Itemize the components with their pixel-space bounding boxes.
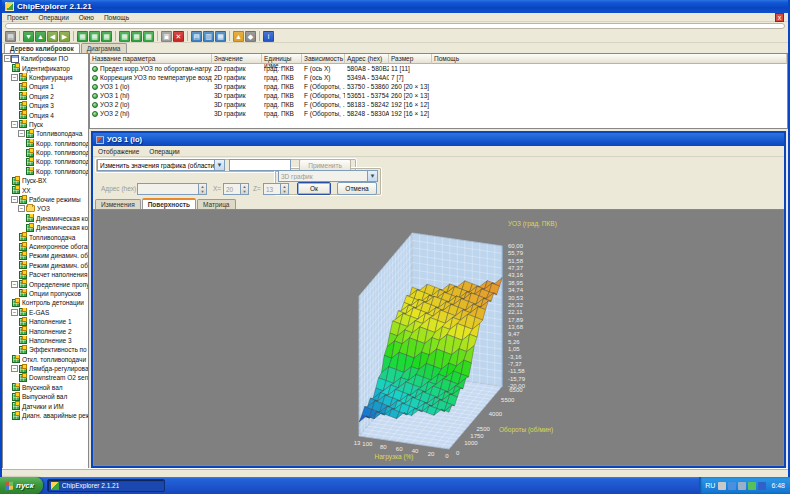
import-icon[interactable]: ◀ bbox=[47, 31, 58, 42]
menu-item-1[interactable]: Операции bbox=[38, 14, 68, 21]
tree-item-11[interactable]: Корр. топливопод. bbox=[3, 157, 88, 166]
tree-item-28[interactable]: Наполнение 1 bbox=[3, 317, 88, 326]
tree-item-3[interactable]: Опция 1 bbox=[3, 82, 88, 91]
language-indicator[interactable]: RU bbox=[705, 482, 715, 489]
app-titlebar[interactable]: ChipExplorer 2.1.21 bbox=[2, 0, 788, 13]
tree-item-31[interactable]: Эффективность по У bbox=[3, 345, 88, 354]
export-icon[interactable]: ▶ bbox=[59, 31, 70, 42]
tree-expander[interactable]: − bbox=[11, 121, 18, 128]
action-combobox[interactable]: Изменить значения графика (области) на з… bbox=[97, 159, 225, 171]
tree-item-12[interactable]: Корр. топливопод. bbox=[3, 167, 88, 176]
collapsed-toolbar-lozenge[interactable] bbox=[5, 23, 785, 29]
address-input[interactable] bbox=[137, 183, 199, 195]
tree-item-34[interactable]: Downstream O2 senso bbox=[3, 373, 88, 382]
address-spinner[interactable]: ▲▼ bbox=[199, 183, 207, 195]
network-icon[interactable] bbox=[738, 482, 746, 490]
table-row[interactable]: Предел корр.УОЗ по оборотам-нагрузке2D г… bbox=[90, 64, 787, 73]
tree-item-14[interactable]: ХХ bbox=[3, 185, 88, 194]
tree-item-9[interactable]: Корр. топливопод. bbox=[3, 139, 88, 148]
map-menu-1[interactable]: Операции bbox=[149, 148, 179, 155]
tree-item-0[interactable]: −Калибровки ПО bbox=[3, 54, 88, 63]
column-header-5[interactable]: Размер bbox=[389, 54, 432, 64]
menu-item-3[interactable]: Помощь bbox=[104, 14, 129, 21]
tree-item-35[interactable]: Впускной вал bbox=[3, 383, 88, 392]
clipboard-icon[interactable]: ▣ bbox=[161, 31, 172, 42]
tree-expander[interactable]: − bbox=[18, 205, 25, 212]
column-header-6[interactable]: Помощь bbox=[432, 54, 787, 64]
chip-read-icon[interactable]: ▦ bbox=[77, 31, 88, 42]
table-row[interactable]: УОЗ 1 (hi)3D графикград. ПКВF (Обороты, … bbox=[90, 91, 787, 100]
window-close-icon[interactable]: ▦ bbox=[215, 31, 226, 42]
tree-item-20[interactable]: Асинхронное обогащ. bbox=[3, 242, 88, 251]
map-menu-0[interactable]: Отображение bbox=[98, 148, 139, 155]
update-icon[interactable] bbox=[748, 482, 756, 490]
z-stepper[interactable] bbox=[263, 183, 281, 195]
tree-expander[interactable]: − bbox=[11, 196, 18, 203]
tree-expander[interactable]: − bbox=[11, 365, 18, 372]
table-row[interactable]: Коррекция УОЗ по температуре воздуха2D г… bbox=[90, 73, 787, 82]
tree-item-7[interactable]: −Пуск bbox=[3, 120, 88, 129]
antivirus-icon[interactable] bbox=[758, 482, 766, 490]
column-header-4[interactable]: Адрес (hex) bbox=[345, 54, 389, 64]
window-tile-icon[interactable]: ▥ bbox=[203, 31, 214, 42]
tab-Диаграмма[interactable]: Диаграмма bbox=[81, 43, 127, 53]
tree-item-30[interactable]: Наполнение 3 bbox=[3, 336, 88, 345]
chip-verify-icon[interactable]: ▦ bbox=[101, 31, 112, 42]
tab-Матрица[interactable]: Матрица bbox=[197, 199, 236, 209]
tree-item-36[interactable]: Выпускной вал bbox=[3, 392, 88, 401]
menu-item-2[interactable]: Окно bbox=[79, 14, 94, 21]
tree-item-6[interactable]: Опция 4 bbox=[3, 110, 88, 119]
tree-item-32[interactable]: Откл. топливоподачи bbox=[3, 355, 88, 364]
info-icon[interactable]: i bbox=[263, 31, 274, 42]
x-stepper[interactable] bbox=[223, 183, 241, 195]
z-spinner[interactable]: ▲▼ bbox=[281, 183, 289, 195]
tree-item-29[interactable]: Наполнение 2 bbox=[3, 326, 88, 335]
cancel-button[interactable]: Отмена bbox=[337, 182, 377, 195]
tree-item-27[interactable]: −E-GAS bbox=[3, 308, 88, 317]
map-copy-icon[interactable]: ▦ bbox=[143, 31, 154, 42]
tree-item-18[interactable]: Динамическая кор. bbox=[3, 223, 88, 232]
close-icon[interactable]: x bbox=[775, 13, 784, 22]
tree-expander[interactable]: − bbox=[11, 74, 18, 81]
tree-item-8[interactable]: −Топливоподача bbox=[3, 129, 88, 138]
stats-icon[interactable]: ◆ bbox=[245, 31, 256, 42]
tree-expander[interactable]: − bbox=[4, 55, 11, 62]
x-spinner[interactable]: ▲▼ bbox=[241, 183, 249, 195]
tree-item-37[interactable]: Датчики и ИМ bbox=[3, 401, 88, 410]
tree-expander[interactable]: − bbox=[18, 130, 25, 137]
ok-button[interactable]: Ок bbox=[297, 182, 331, 195]
delete-icon[interactable]: ✕ bbox=[173, 31, 184, 42]
tree-item-4[interactable]: Опция 2 bbox=[3, 92, 88, 101]
taskbar-task-chipexplorer[interactable]: ChipExplorer 2.1.21 bbox=[47, 479, 165, 492]
table-row[interactable]: УОЗ 2 (hi)3D графикград. ПКВF (Обороты, … bbox=[90, 109, 787, 118]
tree-item-22[interactable]: Режим динамич. обог. bbox=[3, 261, 88, 270]
tree-item-25[interactable]: Опции пропусков bbox=[3, 289, 88, 298]
tree-item-38[interactable]: Диагн. аварийные реж. bbox=[3, 411, 88, 420]
chevron-down-icon[interactable]: ▼ bbox=[214, 160, 224, 170]
tab-Дерево калибровок[interactable]: Дерево калибровок bbox=[4, 43, 80, 53]
start-button[interactable]: пуск bbox=[0, 477, 43, 494]
keyboard-icon[interactable] bbox=[718, 482, 726, 490]
tree-item-26[interactable]: Контроль детонации bbox=[3, 298, 88, 307]
tree-item-33[interactable]: −Лямбда-регулирование bbox=[3, 364, 88, 373]
surface-3d-chart[interactable]: УОЗ (град. ПКВ)60,0055,7951,5847,3743,16… bbox=[94, 210, 778, 466]
tree-item-5[interactable]: Опция 3 bbox=[3, 101, 88, 110]
tree-expander[interactable]: − bbox=[11, 281, 18, 288]
surface-plot-area[interactable]: УОЗ (град. ПКВ)60,0055,7951,5847,3743,16… bbox=[93, 209, 784, 466]
save-icon[interactable]: ▤ bbox=[5, 31, 16, 42]
menu-item-0[interactable]: Проект bbox=[7, 14, 28, 21]
tree-item-2[interactable]: −Конфигурация bbox=[3, 73, 88, 82]
tree-item-1[interactable]: Идентификатор bbox=[3, 63, 88, 72]
save-to-ecu-icon[interactable]: ▲ bbox=[35, 31, 46, 42]
table-row[interactable]: УОЗ 1 (lo)3D графикград. ПКВF (Обороты, … bbox=[90, 82, 787, 91]
tree-item-13[interactable]: Пуск-ВХ bbox=[3, 176, 88, 185]
tree-expander[interactable]: − bbox=[11, 309, 18, 316]
tree-item-24[interactable]: −Определение пропусков bbox=[3, 279, 88, 288]
tree-item-10[interactable]: Корр. топливопод. bbox=[3, 148, 88, 157]
column-header-0[interactable]: Название параметра bbox=[90, 54, 212, 64]
tab-Поверхность[interactable]: Поверхность bbox=[142, 198, 196, 209]
tree-item-15[interactable]: −Рабочие режимы bbox=[3, 195, 88, 204]
volume-icon[interactable] bbox=[728, 482, 736, 490]
tree-item-16[interactable]: −УОЗ bbox=[3, 204, 88, 213]
tab-Изменения[interactable]: Изменения bbox=[95, 199, 141, 209]
